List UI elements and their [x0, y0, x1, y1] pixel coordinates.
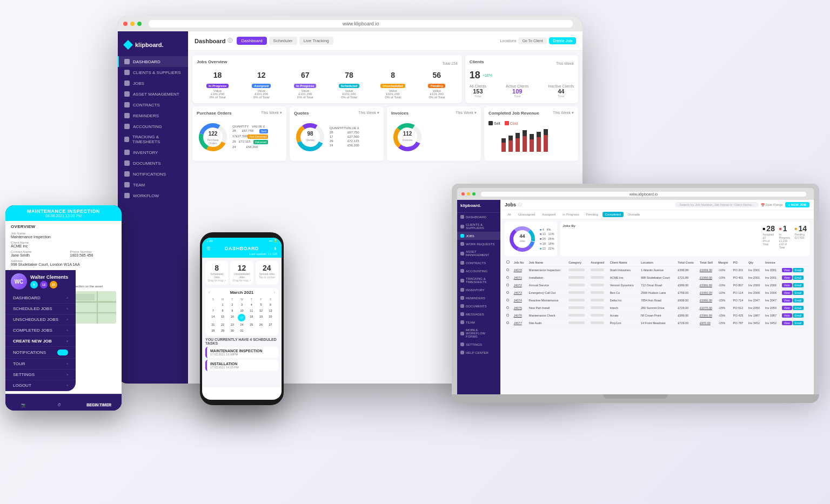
sidebar-item-jobs[interactable]: JOBS	[118, 78, 188, 89]
next-month-icon[interactable]: ›	[273, 290, 275, 295]
col-qty[interactable]: Qty	[747, 259, 764, 266]
laptop-nav-reminders[interactable]: REMINDERS	[457, 294, 500, 302]
view-btn[interactable]: View	[782, 298, 792, 303]
laptop-nav-assets[interactable]: ASSET MANAGEMENT	[457, 248, 500, 259]
sidebar-item-accounting[interactable]: ACCOUNTING	[118, 121, 188, 132]
sidebar-item-clients[interactable]: CLIENTS & SUPPLIERS	[118, 67, 188, 78]
task-installation[interactable]: INSTALLATION 17.03.2021 14:15 PM	[205, 360, 278, 371]
sidebar-item-workflow[interactable]: WORKFLOW	[118, 190, 188, 201]
menu-dashboard[interactable]: DASHBOARD›	[5, 293, 76, 304]
view-btn[interactable]: View	[782, 313, 792, 318]
maximize-dot[interactable]	[137, 22, 142, 26]
filter-unassigned[interactable]: Unassigned	[516, 212, 538, 217]
laptop-nav-jobs[interactable]: JOBS	[457, 232, 500, 240]
laptop-url-bar[interactable]: www.klipboard.io	[481, 192, 806, 197]
laptop-nav-contracts[interactable]: CONTRACTS	[457, 259, 500, 267]
view-btn[interactable]: View	[782, 321, 792, 325]
menu-scheduled-jobs[interactable]: SCHEDULED JOBS›	[5, 304, 76, 314]
col-margin[interactable]: Margin	[717, 259, 731, 266]
menu-logout[interactable]: LOGOUT›	[5, 380, 76, 391]
laptop-search[interactable]: Search by Job Number, Job Name or Client…	[675, 202, 758, 207]
laptop-nav-team[interactable]: TEAM	[457, 318, 500, 326]
maximize-dot[interactable]	[472, 192, 476, 196]
email-btn[interactable]: Email	[793, 321, 804, 325]
sidebar-item-documents[interactable]: DOCUMENTS	[118, 158, 188, 169]
sidebar-item-notifications[interactable]: NOTIFICATIONS	[118, 169, 188, 179]
email-btn[interactable]: Email	[793, 268, 804, 272]
menu-create-new-job[interactable]: CREATE NEW JOB›	[5, 336, 76, 347]
task-maintenance[interactable]: MAINTENANCE INSPECTION 17.03.2021 13:00P…	[205, 347, 278, 358]
laptop-nav-clients[interactable]: CLIENTS & SUPPLIERS	[457, 221, 500, 232]
sidebar-item-team[interactable]: TEAM	[118, 179, 188, 190]
col-job-name[interactable]: Job Name	[527, 259, 567, 266]
laptop-nav-accounting[interactable]: ACCOUNTING	[457, 267, 500, 275]
laptop-nav-work-requests[interactable]: WORK REQUESTS	[457, 240, 500, 248]
view-btn[interactable]: View	[782, 291, 792, 295]
col-location[interactable]: Location	[639, 259, 676, 266]
col-job-no[interactable]: Job No	[512, 259, 527, 266]
menu-unscheduled-jobs[interactable]: UNSCHEDULED JOBS›	[5, 314, 76, 325]
svg-text:122: 122	[209, 131, 218, 137]
sidebar-item-dashboard[interactable]: DASHBOARD	[118, 56, 188, 67]
menu-settings[interactable]: SETTINGS›	[5, 369, 76, 380]
hamburger-icon[interactable]: ☰	[206, 246, 210, 251]
tab-dashboard[interactable]: Dashboard	[237, 37, 266, 45]
email-btn[interactable]: Email	[793, 306, 804, 310]
camera-button[interactable]: 📷	[16, 401, 31, 409]
menu-tour[interactable]: TOUR›	[5, 359, 76, 369]
laptop-nav-messages[interactable]: MESSAGES	[457, 310, 500, 318]
filter-unmade[interactable]: Unmade	[625, 212, 643, 217]
notifications-toggle[interactable]	[57, 350, 68, 355]
timer-icon-btn[interactable]: ⏱	[52, 401, 66, 408]
view-btn[interactable]: View	[782, 306, 792, 310]
col-client[interactable]: Client Name	[608, 259, 639, 266]
col-assigned[interactable]: Assigned	[589, 259, 608, 266]
email-btn[interactable]: Email	[793, 291, 804, 295]
filter-all[interactable]: All	[505, 212, 514, 217]
email-btn[interactable]: Email	[793, 298, 804, 303]
prev-month-icon[interactable]: ‹	[209, 290, 210, 295]
close-dot[interactable]	[461, 192, 465, 196]
laptop-nav-mobile-forms[interactable]: MOBILE WORKFLOW FORMS	[457, 326, 500, 340]
view-btn[interactable]: View	[782, 283, 792, 287]
active-clients-label: Active Clients	[506, 84, 528, 88]
laptop-nav-documents[interactable]: DOCUMENTS	[457, 302, 500, 310]
email-btn[interactable]: Email	[793, 275, 804, 280]
create-job-button[interactable]: Create Job	[549, 37, 576, 44]
new-job-button[interactable]: + NEW JOB	[785, 202, 809, 207]
laptop-nav-settings[interactable]: SETTINGS	[457, 340, 500, 348]
begin-timer-button[interactable]: BEGIN TIMER	[86, 403, 111, 407]
view-btn[interactable]: View	[782, 275, 792, 280]
col-total-sell[interactable]: Total Sell	[698, 259, 717, 266]
col-invoice[interactable]: Invoice	[764, 259, 780, 266]
col-category[interactable]: Category	[567, 259, 589, 266]
laptop-nav-dashboard[interactable]: DASHBOARD	[457, 213, 500, 221]
col-total-cost[interactable]: Total Costs	[676, 259, 698, 266]
email-btn[interactable]: Email	[793, 283, 804, 287]
sidebar-item-tracking[interactable]: TRACKING & TIMESHEETS	[118, 132, 188, 147]
filter-inprogress[interactable]: In Progress	[560, 212, 582, 217]
sidebar-item-contracts[interactable]: CONTRACTS	[118, 99, 188, 110]
tab-live-tracking[interactable]: Live Tracking	[299, 37, 333, 45]
filter-pending[interactable]: Pending	[584, 212, 601, 217]
menu-notifications[interactable]: NOTIFICATIONS	[5, 347, 76, 359]
minimize-dot[interactable]	[130, 22, 135, 26]
sidebar-item-assets[interactable]: ASSET MANAGEMENT	[118, 89, 188, 99]
view-btn[interactable]: View	[782, 268, 792, 272]
close-dot[interactable]	[123, 22, 128, 26]
select-all-checkbox[interactable]	[506, 260, 510, 264]
goto-client-button[interactable]: Go To Client	[518, 37, 546, 44]
tab-scheduler[interactable]: Scheduler	[269, 37, 297, 45]
minimize-dot[interactable]	[467, 192, 470, 196]
email-btn[interactable]: Email	[793, 313, 804, 318]
filter-completed[interactable]: Completed	[603, 212, 624, 217]
filter-assigned[interactable]: Assigned	[539, 212, 558, 217]
laptop-nav-tracking[interactable]: TRACKING & TIMESHEETS	[457, 275, 500, 286]
sidebar-item-inventory[interactable]: INVENTORY	[118, 147, 188, 158]
laptop-nav-help[interactable]: HELP CENTER	[457, 348, 500, 357]
laptop-nav-inventory[interactable]: INVENTORY	[457, 286, 500, 294]
url-bar[interactable]: www.klipboard.io	[149, 20, 573, 28]
sidebar-item-reminders[interactable]: REMINDERS	[118, 110, 188, 121]
col-po[interactable]: PO	[732, 259, 747, 266]
menu-completed-jobs[interactable]: COMPLETED JOBS›	[5, 325, 76, 336]
